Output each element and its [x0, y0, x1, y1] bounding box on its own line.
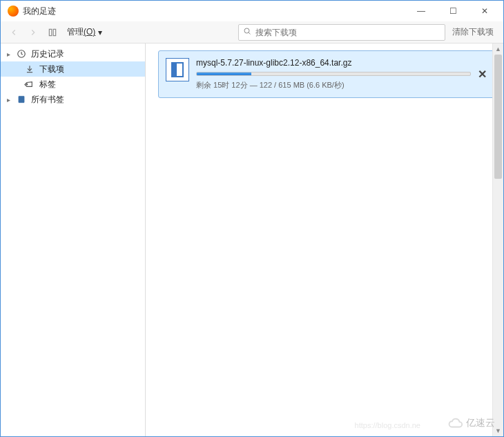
main-body: ▸ 历史记录 下载项 标签 ▸ 所有书签 [1, 43, 503, 436]
organize-menu-button[interactable]: 管理(O) ▾ [63, 23, 106, 41]
sidebar-item-label: 所有书签 [31, 94, 64, 106]
scroll-thumb[interactable] [494, 55, 502, 179]
chevron-down-icon: ▾ [98, 28, 102, 37]
expand-icon: ▸ [5, 50, 12, 58]
search-icon [243, 27, 251, 37]
svg-rect-1 [53, 29, 56, 35]
clear-downloads-button[interactable]: 清除下载项 [447, 26, 499, 38]
svg-point-2 [244, 28, 249, 33]
organize-icon [48, 28, 57, 37]
download-icon [24, 64, 35, 75]
progress-bar-track [196, 72, 471, 76]
scroll-up-icon[interactable]: ▲ [493, 43, 503, 55]
svg-point-7 [26, 84, 28, 85]
minimize-button[interactable]: — [405, 1, 437, 21]
search-box[interactable] [238, 24, 445, 41]
sidebar-item-downloads[interactable]: 下载项 [1, 61, 145, 77]
download-status: 剩余 15时 12分 — 122 / 615 MB (6.6 KB/秒) [196, 80, 471, 90]
svg-line-3 [249, 32, 250, 34]
svg-rect-8 [19, 96, 24, 102]
sidebar: ▸ 历史记录 下载项 标签 ▸ 所有书签 [1, 43, 146, 436]
sidebar-item-label: 历史记录 [31, 48, 64, 60]
scroll-down-icon[interactable]: ▼ [493, 425, 503, 436]
vertical-scrollbar[interactable]: ▲ ▼ [492, 43, 503, 436]
organize-icon-button[interactable] [43, 23, 61, 41]
cancel-download-button[interactable]: ✕ [475, 68, 489, 81]
arrow-right-icon [28, 28, 38, 37]
back-button[interactable] [5, 23, 23, 41]
close-button[interactable]: ✕ [469, 1, 501, 21]
progress-bar-fill [197, 72, 251, 75]
bookmark-icon [16, 94, 27, 105]
content-area: mysql-5.7.27-linux-glibc2.12-x86_64.tar.… [146, 43, 503, 436]
sidebar-item-history[interactable]: ▸ 历史记录 [1, 46, 145, 61]
tag-icon [22, 77, 38, 93]
svg-rect-0 [49, 29, 52, 35]
sidebar-item-label: 标签 [39, 79, 56, 90]
download-info: mysql-5.7.27-linux-glibc2.12-x86_64.tar.… [196, 58, 471, 90]
expand-icon: ▸ [5, 96, 12, 104]
titlebar: 我的足迹 — ☐ ✕ [1, 1, 503, 21]
toolbar: 管理(O) ▾ 清除下载项 [1, 21, 503, 43]
window-controls: — ☐ ✕ [405, 1, 501, 21]
forward-button[interactable] [24, 23, 42, 41]
sidebar-item-tags[interactable]: 标签 [1, 77, 145, 92]
search-input[interactable] [255, 28, 440, 37]
download-filename: mysql-5.7.27-linux-glibc2.12-x86_64.tar.… [196, 58, 471, 68]
arrow-left-icon [9, 28, 19, 37]
firefox-icon [8, 6, 19, 17]
download-item[interactable]: mysql-5.7.27-linux-glibc2.12-x86_64.tar.… [158, 50, 496, 98]
sidebar-item-bookmarks[interactable]: ▸ 所有书签 [1, 92, 145, 107]
maximize-button[interactable]: ☐ [437, 1, 469, 21]
window-title: 我的足迹 [23, 6, 56, 17]
clock-icon [16, 48, 27, 59]
organize-label: 管理(O) [67, 26, 95, 38]
sidebar-item-label: 下载项 [39, 64, 64, 75]
file-icon [166, 58, 189, 81]
